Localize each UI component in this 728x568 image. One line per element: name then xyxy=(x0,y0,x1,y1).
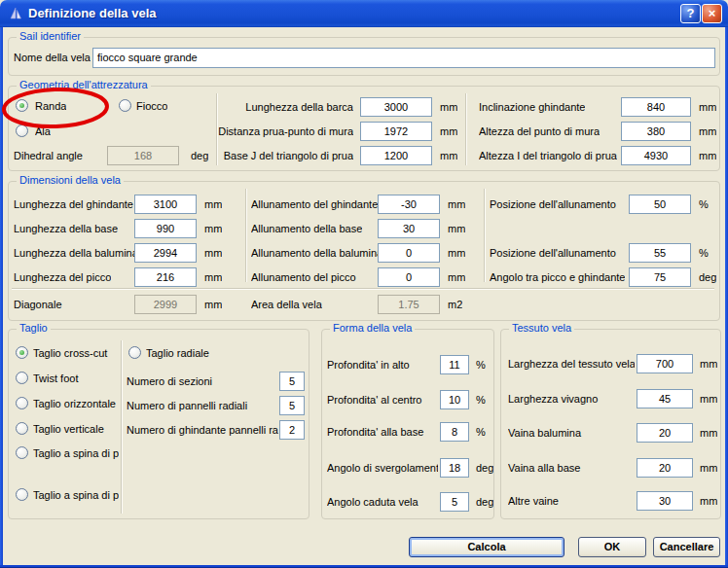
radio-fiocco[interactable] xyxy=(119,99,131,112)
radio-verticale[interactable] xyxy=(16,422,28,435)
gaff-round-field[interactable]: 0 xyxy=(378,267,440,287)
depth-top-field[interactable]: 11 xyxy=(440,355,469,374)
radio-cross-cut-label: Taglio cross-cut xyxy=(33,343,119,363)
round-position-label: Posizione dell'allunamento xyxy=(490,195,616,214)
sail-area-label: Area della vela xyxy=(251,295,322,314)
sail-app-icon xyxy=(8,6,23,21)
foot-round-label: Allunamento della base xyxy=(251,219,362,238)
base-j-label: Base J del triangolo di prua xyxy=(204,146,353,165)
boat-length-field[interactable]: 3000 xyxy=(360,97,432,117)
radio-ala[interactable] xyxy=(16,124,28,137)
separator xyxy=(484,189,486,282)
depth-base-field[interactable]: 8 xyxy=(440,422,469,442)
ok-button[interactable]: OK xyxy=(578,537,646,557)
unit-label: mm xyxy=(448,195,465,214)
num-sezioni-label: Numero di sezioni xyxy=(127,372,278,391)
leech-hem-field[interactable]: 20 xyxy=(637,423,693,443)
unit-label: % xyxy=(476,390,486,409)
num-pannelli-field[interactable]: 5 xyxy=(279,396,305,415)
luff-length-field[interactable]: 3100 xyxy=(134,195,197,214)
help-button[interactable]: ? xyxy=(680,4,701,23)
gaff-length-field[interactable]: 216 xyxy=(134,267,197,287)
base-j-field[interactable]: 1200 xyxy=(360,146,432,165)
unit-label: mm xyxy=(440,122,457,141)
bow-tack-distance-label: Distanza prua-punto di mura xyxy=(204,122,353,141)
boat-length-label: Lunghezza della barca xyxy=(204,97,353,117)
tack-height-field[interactable]: 380 xyxy=(621,122,691,141)
gaff-luff-angle-label: Angolo tra picco e ghindante xyxy=(490,267,625,287)
twist-angle-field[interactable]: 18 xyxy=(440,458,469,478)
radio-spina-1[interactable] xyxy=(16,446,28,459)
unit-label: mm xyxy=(700,491,717,511)
unit-label: % xyxy=(699,195,709,214)
unit-label: mm xyxy=(448,219,465,238)
group-title: Taglio xyxy=(17,322,51,334)
num-ghindante-label: Numero di ghindante pannelli ra xyxy=(127,420,278,440)
foot-round-field[interactable]: 30 xyxy=(378,219,440,238)
gaff-luff-angle-field[interactable]: 75 xyxy=(629,267,691,287)
unit-label: mm xyxy=(699,97,716,117)
leech-round-field[interactable]: 0 xyxy=(378,243,440,263)
radio-twist-foot[interactable] xyxy=(16,372,28,384)
luff-rake-field[interactable]: 840 xyxy=(621,97,691,117)
cancel-button[interactable]: Cancellare xyxy=(653,537,720,557)
selvage-width-field[interactable]: 45 xyxy=(637,389,693,408)
sail-name-input[interactable]: fiocco square grande xyxy=(92,48,715,68)
other-hems-field[interactable]: 30 xyxy=(637,491,693,511)
depth-mid-label: Profondita' al centro xyxy=(327,390,438,409)
unit-label: mm xyxy=(700,458,717,478)
round-position2-label: Posizione dell'allunamento xyxy=(490,243,616,263)
unit-label: mm xyxy=(700,423,717,443)
foot-hem-field[interactable]: 20 xyxy=(637,458,693,478)
depth-top-label: Profondita' in alto xyxy=(327,355,438,374)
radio-randa[interactable] xyxy=(16,99,28,112)
luff-length-label: Lunghezza del ghindante xyxy=(14,195,133,214)
unit-label: m2 xyxy=(448,295,462,314)
separator xyxy=(465,93,467,165)
height-i-field[interactable]: 4930 xyxy=(621,146,691,165)
leech-length-field[interactable]: 2994 xyxy=(134,243,197,263)
separator xyxy=(12,288,714,290)
radio-spina-2[interactable] xyxy=(16,488,28,501)
other-hems-label: Altre vaine xyxy=(508,491,635,511)
group-title: Geometria dell'attrezzatura xyxy=(17,79,151,90)
unit-label: mm xyxy=(700,354,717,373)
foot-length-field[interactable]: 990 xyxy=(134,219,197,238)
radio-radiale-label: Taglio radiale xyxy=(146,343,209,363)
luff-round-field[interactable]: -30 xyxy=(378,195,440,214)
radio-orizzontale[interactable] xyxy=(16,397,28,409)
twist-angle-label: Angolo di svergolamento xyxy=(327,458,438,478)
unit-label: mm xyxy=(440,146,457,165)
leech-round-label: Allunamento della balumina xyxy=(251,243,382,263)
radio-randa-label: Randa xyxy=(35,96,66,116)
unit-label: mm xyxy=(204,195,222,214)
unit-label: deg xyxy=(699,267,716,287)
radio-radiale[interactable] xyxy=(128,346,141,359)
tack-height-label: Altezza del punto di mura xyxy=(479,122,600,141)
num-ghindante-field[interactable]: 2 xyxy=(279,420,305,440)
leech-hem-label: Vaina balumina xyxy=(508,423,635,443)
height-i-label: Altezza I del triangolo di prua xyxy=(479,146,617,165)
calcola-button[interactable]: Calcola xyxy=(409,537,564,557)
group-title: Forma della vela xyxy=(330,322,415,334)
sail-name-label: Nome della vela xyxy=(14,48,91,67)
cloth-width-field[interactable]: 700 xyxy=(637,354,693,373)
radio-cross-cut[interactable] xyxy=(16,346,28,359)
close-button[interactable]: × xyxy=(702,4,722,23)
unit-label: deg xyxy=(476,458,493,478)
radio-orizzontale-label: Taglio orizzontale xyxy=(33,394,119,413)
dialog-window: Definizione della vela ? × Sail identifi… xyxy=(0,0,728,568)
group-title: Tessuto vela xyxy=(509,322,574,334)
fall-angle-field[interactable]: 5 xyxy=(440,492,469,512)
separator xyxy=(121,340,123,514)
titlebar[interactable]: Definizione della vela ? × xyxy=(0,0,728,27)
bow-tack-distance-field[interactable]: 1972 xyxy=(360,122,432,141)
round-position-field[interactable]: 50 xyxy=(629,195,691,214)
radio-ala-label: Ala xyxy=(35,122,51,141)
num-sezioni-field[interactable]: 5 xyxy=(279,372,305,391)
fall-angle-label: Angolo caduta vela xyxy=(327,492,438,512)
depth-mid-field[interactable]: 10 xyxy=(440,390,469,409)
round-position2-field[interactable]: 55 xyxy=(629,243,691,263)
unit-label: mm xyxy=(204,267,222,287)
cloth-width-label: Larghezza del tessuto vela xyxy=(508,354,635,373)
